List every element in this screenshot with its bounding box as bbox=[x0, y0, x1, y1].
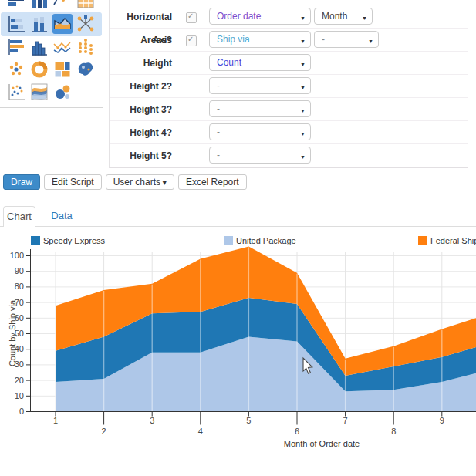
areas-label: Areas? bbox=[110, 29, 172, 52]
form-row-areas: Areas? Ship via - bbox=[110, 28, 468, 52]
y-tick-label: 10 bbox=[15, 391, 24, 400]
chevron-down-icon bbox=[368, 32, 373, 46]
chart-type-tile[interactable] bbox=[6, 59, 26, 79]
form-row-height-5: Height 5? - bbox=[110, 143, 468, 167]
horizontal-axis-field-select[interactable]: Order date bbox=[209, 8, 311, 25]
chart-type-tile[interactable] bbox=[29, 14, 49, 34]
x-tick-label: 2 bbox=[102, 427, 106, 436]
donut-chart-icon bbox=[29, 59, 49, 79]
horizontal-axis-granularity-select[interactable]: Month bbox=[314, 8, 373, 25]
height-4-label: Height 4? bbox=[110, 121, 172, 144]
histogram-chart-icon bbox=[29, 37, 49, 57]
height-3-label: Height 3? bbox=[110, 98, 172, 121]
height-select[interactable]: Count bbox=[209, 54, 311, 71]
select-value: - bbox=[217, 78, 220, 93]
chart-type-tile[interactable] bbox=[76, 37, 96, 57]
chart-type-tile[interactable] bbox=[6, 37, 26, 57]
chart-type-tile[interactable] bbox=[6, 14, 26, 34]
y-tick-label: 80 bbox=[15, 282, 24, 291]
user-charts-dropdown-button[interactable]: User charts bbox=[106, 174, 174, 190]
legend-item-united-package[interactable]: United Package bbox=[236, 236, 296, 245]
dot-column-chart-icon bbox=[76, 37, 96, 57]
areas-secondary-select[interactable]: - bbox=[314, 31, 379, 48]
excel-report-button[interactable]: Excel Report bbox=[178, 174, 247, 190]
chart-type-tile[interactable] bbox=[29, 59, 49, 79]
chart-type-tile[interactable] bbox=[29, 37, 49, 57]
select-value: - bbox=[217, 101, 220, 116]
y-axis-title: Count by Ship via bbox=[8, 299, 17, 366]
draw-button[interactable]: Draw bbox=[3, 174, 40, 190]
edit-script-button[interactable]: Edit Script bbox=[44, 174, 102, 190]
bar-chart-horizontal-icon bbox=[6, 0, 26, 10]
select-value: Count bbox=[217, 55, 241, 70]
select-value: Month bbox=[322, 8, 347, 24]
column-chart-icon bbox=[29, 0, 49, 10]
chart-type-tile[interactable] bbox=[52, 0, 73, 10]
x-tick-label: 6 bbox=[295, 427, 299, 436]
chart-builder-app: Horizontal Axis Order date Month Areas? … bbox=[0, 0, 476, 476]
select-value: - bbox=[322, 32, 325, 47]
height-3-select[interactable]: - bbox=[209, 100, 311, 117]
chart-type-tile[interactable] bbox=[52, 37, 73, 57]
chevron-down-icon bbox=[300, 125, 306, 139]
legend-swatch bbox=[418, 236, 427, 245]
chart-type-tile[interactable] bbox=[76, 14, 96, 34]
chevron-down-icon bbox=[300, 148, 306, 162]
column-stacked-chart-icon bbox=[29, 14, 49, 34]
form-row-height-4: Height 4? - bbox=[110, 120, 468, 144]
chart-settings-form: Horizontal Axis Order date Month Areas? … bbox=[109, 0, 468, 168]
horizontal-axis-label: Horizontal Axis bbox=[110, 5, 172, 29]
legend-item-federal-shipping[interactable]: Federal Shipping bbox=[430, 236, 476, 245]
chart-type-tile[interactable] bbox=[29, 82, 49, 102]
stream-chart-icon bbox=[29, 82, 49, 102]
area-chart-icon bbox=[52, 14, 73, 34]
select-value: - bbox=[217, 124, 220, 140]
x-tick-label: 9 bbox=[440, 416, 444, 425]
chart-type-tile[interactable] bbox=[29, 0, 49, 10]
areas-field-select[interactable]: Ship via bbox=[209, 31, 311, 48]
chart-type-picker bbox=[0, 0, 103, 108]
legend-item-speedy-express[interactable]: Speedy Express bbox=[43, 236, 106, 245]
height-2-select[interactable]: - bbox=[209, 77, 311, 94]
height-4-select[interactable]: - bbox=[209, 123, 311, 140]
chevron-down-icon bbox=[300, 79, 306, 93]
cluster-dots-chart-icon bbox=[6, 59, 26, 79]
multi-line-chart-icon bbox=[52, 37, 73, 57]
horizontal-axis-checkbox[interactable] bbox=[186, 12, 197, 23]
y-tick-label: 100 bbox=[10, 251, 24, 260]
areas-checkbox[interactable] bbox=[186, 35, 197, 46]
chevron-down-icon bbox=[362, 9, 367, 23]
height-5-select[interactable]: - bbox=[209, 147, 311, 164]
select-value: Order date bbox=[217, 8, 261, 24]
x-tick-label: 4 bbox=[198, 427, 203, 436]
legend-swatch bbox=[224, 236, 233, 245]
chart-type-tile[interactable] bbox=[76, 59, 96, 79]
chevron-down-icon bbox=[300, 32, 306, 46]
treemap-chart-icon bbox=[52, 59, 73, 79]
x-tick-label: 1 bbox=[53, 416, 58, 425]
chart-type-tile[interactable] bbox=[52, 82, 73, 102]
chart-type-tile[interactable] bbox=[6, 0, 26, 10]
form-row-height-3: Height 3? - bbox=[110, 97, 468, 121]
x-tick-label: 7 bbox=[343, 416, 348, 425]
stacked-area-chart: 0102030405060708090100123456789Month of … bbox=[0, 228, 476, 476]
chart-type-tile[interactable] bbox=[6, 82, 26, 102]
table-chart-icon bbox=[76, 0, 96, 10]
chart-type-tile[interactable] bbox=[76, 0, 96, 10]
chevron-down-icon bbox=[300, 9, 306, 23]
chart-type-tile[interactable] bbox=[52, 59, 73, 79]
x-tick-label: 3 bbox=[150, 416, 154, 425]
map-chart-icon bbox=[76, 59, 96, 79]
box-bar-chart-icon bbox=[6, 14, 26, 34]
tabbar-divider bbox=[0, 226, 476, 227]
height-2-label: Height 2? bbox=[110, 75, 172, 98]
tab-chart[interactable]: Chart bbox=[3, 206, 35, 227]
form-row-horizontal-axis: Horizontal Axis Order date Month bbox=[110, 5, 468, 29]
x-tick-label: 5 bbox=[246, 416, 251, 425]
chevron-down-icon bbox=[300, 56, 306, 69]
tab-data[interactable]: Data bbox=[46, 206, 77, 226]
height-5-label: Height 5? bbox=[110, 144, 172, 167]
form-row-height: Height Count bbox=[110, 51, 468, 75]
bubble-chart-icon bbox=[52, 82, 73, 102]
chart-type-tile[interactable] bbox=[52, 14, 73, 34]
